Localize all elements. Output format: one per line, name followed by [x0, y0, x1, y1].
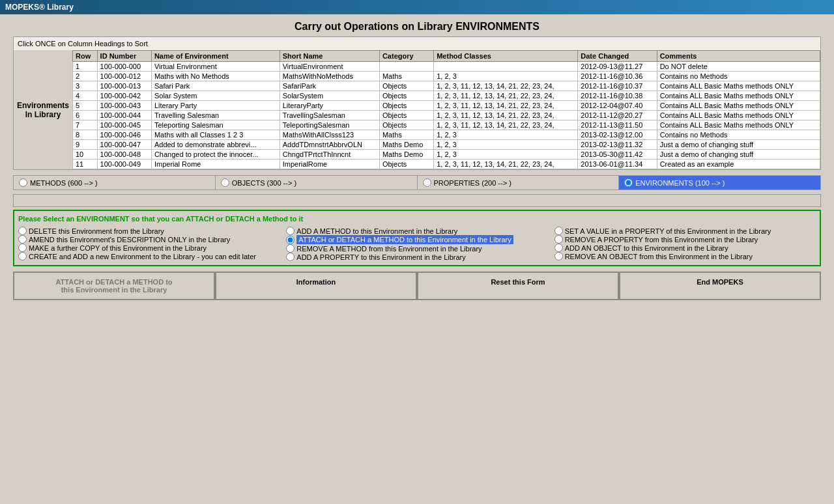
table-cell: Maths with all Classes 1 2 3: [151, 130, 280, 140]
table-cell: Changed to protect the innocer...: [151, 150, 280, 160]
ops-label-op10: REMOVE A PROPERTY from this Environment …: [565, 236, 758, 244]
page-title: Carry out Operations on Library ENVIRONM…: [0, 14, 834, 36]
ops-option-op2[interactable]: AMEND this Environment's DESCRIPTION ONL…: [18, 235, 280, 244]
table-cell: 2013-02-13@12.00: [578, 130, 657, 140]
ops-radio-input-op5[interactable]: [286, 227, 295, 235]
ops-option-op11[interactable]: ADD AN OBJECT to this Environment in the…: [554, 244, 816, 252]
table-cell: MathsWithAllClsss123: [280, 130, 379, 140]
col-header-comments[interactable]: Comments: [657, 51, 820, 62]
reset-button[interactable]: Reset this Form: [417, 272, 619, 300]
table-cell: 2012-11-12@20.27: [578, 111, 657, 120]
ops-radio-input-op4[interactable]: [18, 252, 27, 260]
table-row[interactable]: 1100-000-000Virtual EnvironmentVirtualEn…: [73, 62, 820, 72]
ops-option-op7[interactable]: REMOVE A METHOD from this Environment in…: [286, 244, 547, 253]
ops-col3: SET A VALUE in a PROPERTY of this Enviro…: [554, 227, 816, 261]
table-cell: Safari Park: [151, 81, 280, 91]
table-cell: 6: [73, 111, 98, 120]
radio-option-r4[interactable]: ENVIRONMENTS (100 --> ): [619, 176, 820, 189]
ops-radio-input-op6[interactable]: [286, 236, 295, 244]
ops-label-op6: ATTACH or DETACH a METHOD to this Enviro…: [296, 235, 513, 244]
ops-col2: ADD A METHOD to this Environment in the …: [286, 227, 547, 261]
col-header-date-changed[interactable]: Date Changed: [578, 51, 657, 62]
information-button[interactable]: Information: [215, 272, 417, 300]
table-row[interactable]: 3100-000-013Safari ParkSafariParkObjects…: [73, 81, 820, 91]
table-row[interactable]: 7100-000-045Teleporting SalesmanTeleport…: [73, 120, 820, 130]
table-cell: Maths with No Methods: [151, 72, 280, 81]
table-row[interactable]: 10100-000-048Changed to protect the inno…: [73, 150, 820, 160]
ops-option-op4[interactable]: CREATE and ADD a new Environment to the …: [18, 252, 280, 260]
col-header-short-name[interactable]: Short Name: [280, 51, 379, 62]
ops-label-op5: ADD A METHOD to this Environment in the …: [296, 227, 457, 235]
ops-radio-input-op9[interactable]: [554, 227, 563, 235]
radio-option-r1[interactable]: METHODS (600 --> ): [14, 176, 216, 189]
radio-input-r4[interactable]: [624, 178, 633, 187]
action-button[interactable]: ATTACH or DETACH a METHOD tothis Environ…: [13, 272, 215, 300]
table-row[interactable]: 2100-000-012Maths with No MethodsMathsWi…: [73, 72, 820, 81]
table-cell: 100-000-043: [97, 101, 151, 111]
ops-hint: Please Select an ENVIRONMENT so that you…: [18, 215, 816, 223]
table-cell: Objects: [379, 81, 433, 91]
radio-input-r2[interactable]: [221, 178, 229, 187]
table-cell: Objects: [379, 111, 433, 120]
table-cell: 2012-09-13@11.27: [578, 62, 657, 72]
table-cell: 1, 2, 3: [434, 130, 578, 140]
ops-radio-input-op10[interactable]: [554, 235, 563, 244]
table-cell: 2012-11-16@10.37: [578, 81, 657, 91]
ops-section: Please Select an ENVIRONMENT so that you…: [13, 210, 821, 266]
table-row[interactable]: 11100-000-049Imperial RomeImperialRomeOb…: [73, 160, 820, 169]
col-header-id-number[interactable]: ID Number: [97, 51, 151, 62]
table-cell: Imperial Rome: [151, 160, 280, 169]
table-cell: Do NOT delete: [657, 62, 820, 72]
end-button[interactable]: End MOPEKS: [619, 272, 821, 300]
table-cell: 5: [73, 101, 98, 111]
ops-radio-input-op1[interactable]: [18, 227, 27, 235]
table-header-row[interactable]: RowID NumberName of EnvironmentShort Nam…: [73, 51, 820, 62]
col-header-name-of-environment[interactable]: Name of Environment: [151, 51, 280, 62]
table-cell: 100-000-046: [97, 130, 151, 140]
ops-option-op3[interactable]: MAKE a further COPY of this Environment …: [18, 244, 280, 252]
radio-option-r2[interactable]: OBJECTS (300 --> ): [216, 176, 418, 189]
ops-radio-input-op3[interactable]: [18, 244, 27, 252]
table-cell: Objects: [379, 91, 433, 101]
table-cell: Contains no Methods: [657, 72, 820, 81]
ops-option-op5[interactable]: ADD A METHOD to this Environment in the …: [286, 227, 547, 235]
table-row[interactable]: 6100-000-044Travelling SalesmanTravellin…: [73, 111, 820, 120]
ops-radio-input-op8[interactable]: [286, 253, 295, 261]
ops-label-op4: CREATE and ADD a new Environment to the …: [29, 253, 256, 260]
table-row[interactable]: 9100-000-047Added to demonstrate abbrevi…: [73, 140, 820, 150]
ops-radio-input-op11[interactable]: [554, 244, 563, 252]
ops-radio-input-op7[interactable]: [286, 244, 295, 253]
table-cell: 100-000-044: [97, 111, 151, 120]
table-cell: 100-000-012: [97, 72, 151, 81]
ops-option-op12[interactable]: REMOVE AN OBJECT from this Environment i…: [554, 252, 816, 260]
ops-option-op10[interactable]: REMOVE A PROPERTY from this Environment …: [554, 235, 816, 244]
ops-option-op8[interactable]: ADD A PROPERTY to this Environment in th…: [286, 253, 547, 261]
table-cell: 3: [73, 81, 98, 91]
ops-option-op6[interactable]: ATTACH or DETACH a METHOD to this Enviro…: [286, 235, 547, 244]
ops-label-op9: SET A VALUE in a PROPERTY of this Enviro…: [565, 227, 771, 235]
ops-option-op9[interactable]: SET A VALUE in a PROPERTY of this Enviro…: [554, 227, 816, 235]
col-header-method-classes[interactable]: Method Classes: [434, 51, 578, 62]
table-row[interactable]: 4100-000-042Solar SystemSolarSystemObjec…: [73, 91, 820, 101]
table-cell: 1, 2, 3, 11, 12, 13, 14, 21, 22, 23, 24,: [434, 111, 578, 120]
ops-option-op1[interactable]: DELETE this Environment from the Library: [18, 227, 280, 235]
table-cell: 2013-06-01@11.34: [578, 160, 657, 169]
table-cell: Solar System: [151, 91, 280, 101]
table-row[interactable]: 5100-000-043Literary PartyLiteraryPartyO…: [73, 101, 820, 111]
radio-input-r3[interactable]: [423, 178, 431, 187]
col-header-category[interactable]: Category: [379, 51, 433, 62]
table-body: 1100-000-000Virtual EnvironmentVirtualEn…: [73, 62, 820, 169]
radio-option-r3[interactable]: PROPERTIES (200 --> ): [418, 176, 620, 189]
ops-radio-input-op2[interactable]: [18, 235, 27, 244]
table-cell: 2012-11-13@11.50: [578, 120, 657, 130]
table-cell: LiteraryParty: [280, 101, 379, 111]
ops-radio-input-op12[interactable]: [554, 252, 563, 260]
table-row[interactable]: 8100-000-046Maths with all Classes 1 2 3…: [73, 130, 820, 140]
col-header-row[interactable]: Row: [73, 51, 98, 62]
table-cell: Just a demo of changing stuff: [657, 150, 820, 160]
table-cell: Maths: [379, 130, 433, 140]
table-cell: Maths Demo: [379, 140, 433, 150]
ops-label-op7: REMOVE A METHOD from this Environment in…: [296, 245, 482, 253]
radio-input-r1[interactable]: [19, 178, 27, 187]
table-cell: ImperialRome: [280, 160, 379, 169]
